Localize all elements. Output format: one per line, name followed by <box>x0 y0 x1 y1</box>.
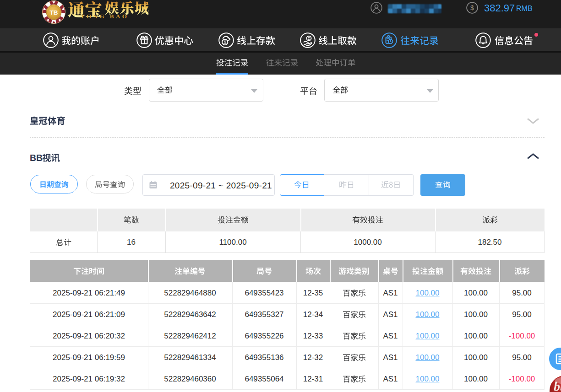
svg-text:TB: TB <box>50 9 58 16</box>
svg-text:$: $ <box>470 4 474 11</box>
